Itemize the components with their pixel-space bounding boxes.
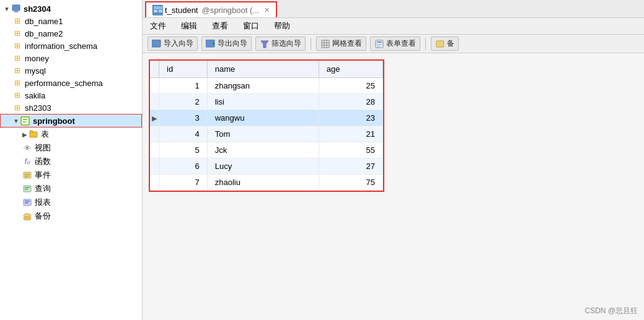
- table-row[interactable]: 2lisi28: [150, 94, 383, 110]
- table-row[interactable]: 1zhangsan25: [150, 78, 383, 94]
- svg-rect-9: [24, 172, 31, 178]
- cell-age: 55: [319, 142, 382, 158]
- cell-name: Lucy: [207, 158, 319, 175]
- data-area: id name age 1zhangsan252lisi28▶3wangwu23…: [143, 53, 644, 320]
- cell-age: 75: [319, 175, 382, 191]
- cell-age: 23: [319, 110, 382, 126]
- backup-icon: [22, 211, 32, 221]
- form-icon: [374, 39, 384, 49]
- view-icon: 👁: [22, 143, 32, 153]
- export-wizard-button[interactable]: 导出向导: [201, 37, 252, 51]
- sidebar-label-queries: 查询: [35, 183, 51, 194]
- cell-id: 4: [159, 126, 208, 142]
- table-row[interactable]: 7zhaoliu75: [150, 175, 383, 191]
- menu-edit[interactable]: 编辑: [179, 19, 200, 33]
- sidebar-label-performance_schema: performance_schema: [25, 79, 103, 88]
- tab-t_student[interactable]: t_student @springboot (... ✕: [145, 1, 277, 17]
- cell-name: Tom: [207, 126, 319, 142]
- table-row[interactable]: ▶3wangwu23: [150, 110, 383, 126]
- report-icon: [22, 197, 32, 207]
- sidebar: ▼ sh2304 ⊞ db_name1 ⊞ db_name2 ⊞ informa…: [0, 0, 143, 320]
- grid-view-button[interactable]: 网格查看: [316, 37, 366, 51]
- table-header-row: id name age: [150, 61, 383, 78]
- svg-rect-38: [377, 46, 380, 47]
- db-icon-sakila: ⊞: [12, 90, 22, 100]
- backup-button[interactable]: 备: [431, 37, 459, 51]
- cell-name: Jck: [207, 142, 319, 158]
- filter-wizard-button[interactable]: 筛选向导: [255, 37, 306, 51]
- active-row-arrow: ▶: [152, 115, 157, 122]
- sidebar-item-tables[interactable]: ▶ 表: [0, 128, 142, 141]
- import-icon: [152, 39, 162, 49]
- event-icon: [22, 170, 32, 180]
- export-icon: [206, 39, 216, 49]
- row-marker: [150, 78, 159, 94]
- svg-marker-29: [261, 41, 268, 48]
- sidebar-item-money[interactable]: ⊞ money: [0, 52, 142, 64]
- toolbar-separator-2: [425, 38, 426, 50]
- menu-window[interactable]: 窗口: [240, 19, 262, 33]
- sidebar-item-sakila[interactable]: ⊞ sakila: [0, 89, 142, 102]
- tab-table-icon: [152, 5, 162, 15]
- sidebar-item-mysql[interactable]: ⊞ mysql: [0, 64, 142, 77]
- cell-name: wangwu: [207, 110, 319, 126]
- sidebar-item-db_name2[interactable]: ⊞ db_name2: [0, 27, 142, 40]
- cell-id: 1: [159, 78, 208, 94]
- svg-rect-6: [23, 121, 26, 123]
- svg-rect-5: [23, 119, 27, 120]
- header-id: id: [159, 61, 208, 78]
- menu-help[interactable]: 帮助: [271, 19, 293, 33]
- row-marker: [150, 126, 159, 142]
- cell-id: 6: [159, 158, 208, 175]
- watermark: CSDN @悲且狂: [584, 306, 638, 316]
- sidebar-label-information_schema: information_schema: [25, 41, 97, 51]
- table-row[interactable]: 6Lucy27: [150, 158, 383, 175]
- form-view-button[interactable]: 表单查看: [370, 37, 420, 51]
- grid-icon: [320, 39, 330, 49]
- sidebar-item-events[interactable]: 事件: [0, 168, 142, 182]
- db-icon-mysql: ⊞: [12, 66, 22, 76]
- svg-rect-0: [12, 5, 20, 11]
- sidebar-item-db_name1[interactable]: ⊞ db_name1: [0, 15, 142, 27]
- sidebar-item-backup[interactable]: 备份: [0, 209, 142, 223]
- cell-name: zhaoliu: [207, 175, 319, 191]
- sidebar-item-queries[interactable]: 查询: [0, 182, 142, 196]
- sidebar-root[interactable]: ▼ sh2304: [0, 2, 142, 15]
- svg-point-20: [24, 217, 31, 220]
- form-view-label: 表单查看: [386, 38, 416, 49]
- row-marker: [150, 175, 159, 191]
- db-icon-db_name2: ⊞: [12, 28, 22, 38]
- sidebar-item-functions[interactable]: f₀ 函数: [0, 155, 142, 168]
- menu-file[interactable]: 文件: [148, 19, 169, 33]
- header-marker: [150, 61, 159, 78]
- table-row[interactable]: 5Jck55: [150, 142, 383, 158]
- sidebar-item-reports[interactable]: 报表: [0, 196, 142, 209]
- cell-age: 27: [319, 158, 382, 175]
- svg-rect-17: [25, 202, 29, 204]
- tab-subtitle: @springboot (...: [202, 6, 260, 15]
- sidebar-label-db_name2: db_name2: [25, 29, 63, 38]
- backup-toolbar-icon: [435, 39, 445, 49]
- import-wizard-button[interactable]: 导入向导: [148, 37, 198, 51]
- menu-view[interactable]: 查看: [210, 19, 231, 33]
- sidebar-label-sh2303: sh2303: [25, 103, 51, 113]
- sidebar-label-functions: 函数: [35, 156, 51, 167]
- svg-rect-39: [436, 41, 444, 47]
- table-row[interactable]: 4Tom21: [150, 126, 383, 142]
- sidebar-item-views[interactable]: 👁 视图: [0, 141, 142, 155]
- sidebar-item-springboot[interactable]: ▼ springboot: [0, 114, 142, 128]
- right-panel: t_student @springboot (... ✕ 文件 编辑 查看 窗口…: [143, 0, 644, 320]
- tab-label: t_student: [165, 6, 198, 15]
- expand-arrow-tables: ▶: [22, 131, 27, 138]
- db-icon-db_name1: ⊞: [12, 16, 22, 26]
- sidebar-item-performance_schema[interactable]: ⊞ performance_schema: [0, 77, 142, 89]
- tab-close-button[interactable]: ✕: [264, 6, 270, 14]
- sidebar-item-sh2303[interactable]: ⊞ sh2303: [0, 102, 142, 114]
- svg-rect-36: [377, 41, 382, 43]
- svg-rect-24: [159, 10, 162, 12]
- sidebar-label-backup: 备份: [35, 210, 51, 222]
- svg-rect-2: [14, 12, 19, 12]
- sidebar-item-information_schema[interactable]: ⊞ information_schema: [0, 40, 142, 52]
- sidebar-label-springboot: springboot: [33, 116, 75, 126]
- svg-rect-30: [322, 40, 329, 48]
